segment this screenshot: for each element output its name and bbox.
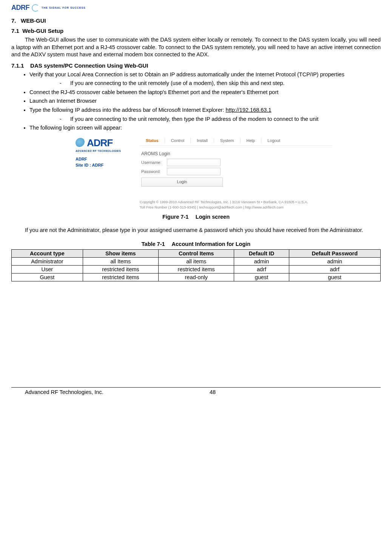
- th-control-items: Control Items: [159, 249, 234, 257]
- cell: restricted items: [83, 265, 158, 273]
- login-footer-line2: Toll Free Number (1-800-313-9345) | tech…: [140, 205, 332, 210]
- username-row: Username:: [141, 159, 332, 166]
- tab-help[interactable]: Help: [241, 138, 262, 143]
- list-subitem: If you are connecting to the unit remote…: [60, 80, 381, 87]
- th-account-type: Account type: [12, 249, 83, 257]
- subsection-title: Web-GUI Setup: [22, 28, 63, 34]
- cell: guest: [234, 273, 289, 281]
- list-item: Launch an Internet Browser: [29, 97, 381, 105]
- cell: admin: [234, 257, 289, 265]
- cell: restricted items: [159, 265, 234, 273]
- username-label: Username:: [141, 160, 167, 165]
- login-button[interactable]: Login: [141, 178, 223, 187]
- list-item: Connect the RJ-45 crossover cable betwee…: [29, 89, 381, 96]
- login-id-line: ADRF: [76, 156, 136, 162]
- login-footer-line1: Copyright © 1999-2010 Advanced RF Techno…: [140, 199, 332, 205]
- login-id-block: ADRF Site ID : ADRF: [76, 156, 136, 168]
- cell: adrf: [289, 265, 380, 273]
- table-caption: Table 7-1 Account Information for Login: [11, 241, 381, 247]
- logo-swirl-icon: [32, 4, 39, 12]
- logo-text: ADRF: [11, 4, 29, 12]
- password-input[interactable]: [167, 168, 221, 175]
- cell: restricted items: [83, 273, 158, 281]
- password-label: Password:: [141, 169, 167, 174]
- tab-system[interactable]: System: [214, 138, 241, 143]
- subsubsection-heading: 7.1.1 DAS system/PC Connection Using Web…: [11, 62, 381, 69]
- cell: Guest: [12, 273, 83, 281]
- account-table: Account type Show items Control Items De…: [11, 249, 381, 281]
- cell: read-only: [159, 273, 234, 281]
- login-footer: Copyright © 1999-2010 Advanced RF Techno…: [140, 199, 332, 210]
- password-row: Password:: [141, 168, 332, 175]
- login-siteid-line: Site ID : ADRF: [76, 162, 136, 168]
- login-logo-text: ADRF: [87, 137, 113, 149]
- section-heading: 7. WEB-GUI: [11, 17, 381, 24]
- list-item: Type the following IP address into the a…: [29, 107, 381, 123]
- page-footer: Advanced RF Technologies, Inc. 48: [11, 387, 381, 395]
- logo-swirl-icon: [76, 138, 85, 148]
- ip-url: http://192.168.63.1: [226, 107, 272, 113]
- list-item: Verify that your Local Area Connection i…: [29, 71, 381, 87]
- footer-page-number: 48: [210, 389, 392, 395]
- login-tabbar: Status Control Install System Help Logou…: [140, 136, 332, 146]
- figure-caption: Figure 7-1 Login screen: [11, 214, 381, 220]
- login-form-title: AROMS Login: [141, 151, 332, 156]
- tab-install[interactable]: Install: [191, 138, 214, 143]
- cell: admin: [289, 257, 380, 265]
- cell: all Items: [83, 257, 158, 265]
- tab-status[interactable]: Status: [140, 138, 165, 143]
- section-number: 7.: [11, 17, 16, 24]
- cell: guest: [289, 273, 380, 281]
- table-row: User restricted items restricted items a…: [12, 265, 381, 273]
- cell: User: [12, 265, 83, 273]
- intro-paragraph: The Web-GUI allows the user to communica…: [11, 36, 381, 59]
- table-header-row: Account type Show items Control Items De…: [12, 249, 381, 257]
- footer-company: Advanced RF Technologies, Inc.: [11, 389, 210, 395]
- subsubsection-number: 7.1.1: [11, 62, 24, 69]
- tab-logout[interactable]: Logout: [261, 138, 286, 143]
- cell: all items: [159, 257, 234, 265]
- th-show-items: Show items: [83, 249, 158, 257]
- list-subitem: If you are connecting to the unit remote…: [60, 116, 381, 123]
- post-figure-paragraph: If you are not the Administrator, please…: [11, 227, 381, 234]
- login-logo-subtext: ADVANCED RF TECHNOLOGIES: [76, 150, 136, 152]
- list-item: The following login screen will appear:: [29, 124, 381, 132]
- instruction-list: Verify that your Local Area Connection i…: [29, 71, 381, 132]
- login-left-panel: ADRF ADVANCED RF TECHNOLOGIES ADRF Site …: [76, 136, 136, 168]
- login-screenshot: ADRF ADVANCED RF TECHNOLOGIES ADRF Site …: [76, 136, 332, 210]
- cell: Administrator: [12, 257, 83, 265]
- subsection-number: 7.1: [11, 28, 19, 34]
- section-title: WEB-GUI: [21, 17, 46, 24]
- login-right-panel: Status Control Install System Help Logou…: [140, 136, 332, 187]
- subsection-heading: 7.1 Web-GUI Setup: [11, 28, 381, 34]
- th-default-password: Default Password: [289, 249, 380, 257]
- login-form: AROMS Login Username: Password: Login: [141, 151, 332, 187]
- logo-tagline: THE SIGNAL FOR SUCCESS: [42, 6, 86, 9]
- tab-control[interactable]: Control: [165, 138, 191, 143]
- login-logo: ADRF ADVANCED RF TECHNOLOGIES: [76, 136, 136, 152]
- th-default-id: Default ID: [234, 249, 289, 257]
- table-row: Guest restricted items read-only guest g…: [12, 273, 381, 281]
- username-input[interactable]: [167, 159, 221, 166]
- subsubsection-title: DAS system/PC Connection Using Web-GUI: [30, 62, 148, 69]
- list-text: Type the following IP address into the a…: [29, 107, 226, 113]
- cell: adrf: [234, 265, 289, 273]
- page-header: ADRF THE SIGNAL FOR SUCCESS: [11, 4, 381, 12]
- table-row: Administrator all Items all items admin …: [12, 257, 381, 265]
- list-text: Verify that your Local Area Connection i…: [29, 71, 344, 77]
